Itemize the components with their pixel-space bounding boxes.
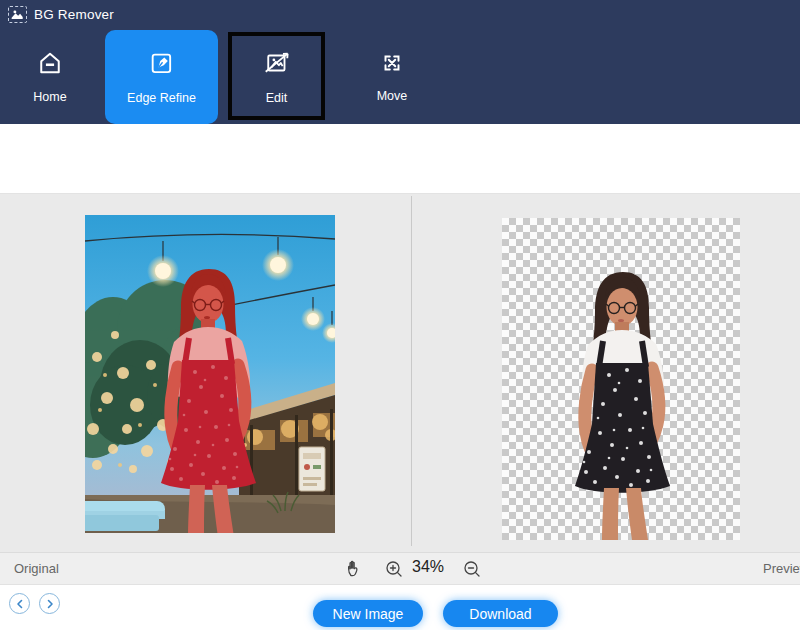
original-image-canvas[interactable]: [85, 215, 335, 533]
pen-square-icon: [148, 50, 176, 82]
download-button-label: Download: [469, 606, 531, 622]
tab-edge-refine-label: Edge Refine: [127, 91, 196, 105]
chevron-left-icon: [15, 595, 25, 613]
tab-home-label: Home: [33, 90, 66, 104]
new-image-button-label: New Image: [333, 606, 404, 622]
chevron-right-icon: [45, 595, 55, 613]
tab-move-label: Move: [377, 89, 408, 103]
original-pane-label: Original: [14, 561, 59, 576]
preview-pane-label: Preview: [763, 561, 800, 576]
tab-move[interactable]: Move: [344, 28, 440, 124]
next-image-button[interactable]: [39, 593, 60, 614]
titlebar: BG Remover: [0, 0, 800, 28]
tab-edit[interactable]: Edit: [228, 32, 325, 120]
tab-edge-refine[interactable]: Edge Refine: [105, 30, 218, 124]
footer-bar: New Image Download: [0, 585, 800, 630]
hand-pan-icon[interactable]: [346, 559, 362, 582]
brush-toolbar: Keep Erase Brush Size: 15: [0, 124, 800, 194]
statusbar: Original 34% Preview: [0, 552, 800, 585]
tab-home[interactable]: Home: [0, 28, 100, 124]
download-button[interactable]: Download: [443, 600, 558, 627]
home-icon: [36, 49, 64, 81]
preview-image-canvas[interactable]: [502, 218, 740, 540]
move-arrows-icon: [379, 50, 405, 80]
zoom-level-value: 34%: [412, 558, 444, 576]
zoom-in-icon[interactable]: [385, 560, 403, 582]
new-image-button[interactable]: New Image: [313, 600, 423, 627]
bg-remover-window: BG Remover Home Edge Refine: [0, 0, 800, 630]
zoom-out-icon[interactable]: [463, 560, 481, 582]
app-title: BG Remover: [34, 7, 114, 22]
nav-tab-bar: Home Edge Refine Edit: [0, 28, 800, 124]
previous-image-button[interactable]: [9, 593, 30, 614]
image-transform-icon: [262, 48, 292, 82]
pane-divider: [411, 196, 412, 546]
canvas-area: [0, 194, 800, 552]
tab-edit-label: Edit: [266, 91, 288, 105]
app-logo-icon: [8, 6, 27, 23]
